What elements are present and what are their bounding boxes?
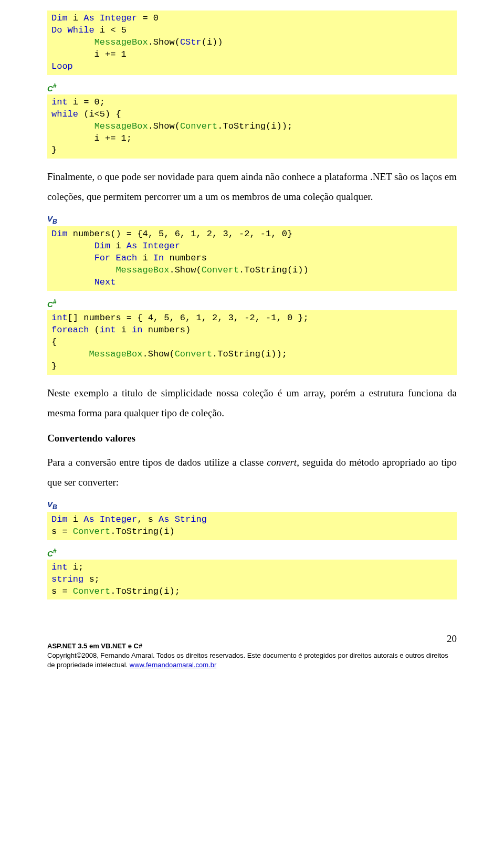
type: Convert: [73, 586, 110, 596]
code-text: numbers): [142, 325, 191, 335]
code-text: .Show(: [148, 121, 180, 131]
code-text: s =: [51, 527, 73, 537]
text: Para a conversão entre tipos de dados ut…: [47, 457, 267, 468]
kw: In: [153, 253, 164, 263]
vb-v: V: [47, 214, 52, 223]
page-number: 20: [447, 632, 457, 646]
kw: As Integer: [83, 514, 137, 524]
kw: Loop: [51, 61, 73, 71]
type: MessageBox: [94, 37, 148, 47]
code-block-vb-convert: Dim i As Integer, s As String s = Conver…: [47, 512, 457, 540]
type: MessageBox: [94, 121, 148, 131]
italic-convert: convert: [267, 457, 297, 468]
code-text: .Show(: [169, 265, 201, 275]
code-text: i: [68, 514, 84, 524]
code-text: i < 5: [94, 25, 127, 35]
kw: int: [100, 325, 116, 335]
code-text: [51, 349, 89, 359]
code-block-vb-foreach: Dim numbers() = {4, 5, 6, 1, 2, 3, -2, -…: [47, 226, 457, 291]
kw: Dim: [51, 514, 68, 524]
footer-title: ASP.NET 3.5 em VB.NET e C#: [47, 641, 457, 651]
kw: Dim: [51, 13, 68, 23]
paragraph-foreach-intro: Finalmente, o que pode ser novidade para…: [47, 167, 457, 207]
code-text: i: [68, 13, 84, 23]
code-text: .Show(: [142, 349, 174, 359]
code-text: i;: [68, 562, 84, 572]
kw: in: [132, 325, 142, 335]
csharp-icon: C#: [47, 82, 457, 93]
code-text: [51, 241, 94, 251]
kw: CStr: [180, 37, 202, 47]
code-text: [51, 37, 94, 47]
type: MessageBox: [116, 265, 169, 275]
code-text: [51, 265, 116, 275]
code-text: = 0: [137, 13, 159, 23]
code-text: numbers() = {4, 5, 6, 1, 2, 3, -2, -1, 0…: [68, 229, 292, 239]
code-text: .ToString(i)): [239, 265, 309, 275]
cs-c: C: [47, 549, 53, 558]
kw: Dim: [94, 241, 111, 251]
code-block-vb-while: Dim i As Integer = 0 Do While i < 5 Mess…: [47, 10, 457, 75]
type: Convert: [180, 121, 217, 131]
kw: As Integer: [83, 13, 137, 23]
paragraph-convert-intro: Para a conversão entre tipos de dados ut…: [47, 453, 457, 492]
code-text: }: [51, 145, 57, 155]
code-text: (: [89, 325, 99, 335]
code-text: [51, 121, 94, 131]
code-text: (i<5) {: [78, 109, 121, 119]
type: Convert: [175, 349, 212, 359]
code-text: i += 1: [51, 49, 127, 59]
code-text: i: [116, 325, 132, 335]
cs-c: C: [47, 300, 53, 309]
code-text: .ToString(i));: [212, 349, 287, 359]
code-text: i: [137, 253, 153, 263]
kw: Do While: [51, 25, 94, 35]
cs-c: C: [47, 84, 53, 93]
cs-hash: #: [53, 548, 57, 555]
code-text: i = 0;: [68, 97, 105, 107]
kw: int: [51, 562, 68, 572]
code-text: s =: [51, 586, 73, 596]
footer-link[interactable]: www.fernandoamaral.com.br: [130, 661, 216, 669]
cs-hash: #: [53, 298, 57, 306]
heading-converting-values: Convertendo valores: [47, 433, 457, 444]
kw: Dim: [51, 229, 68, 239]
code-text: (i)): [202, 37, 223, 47]
code-text: .Show(: [148, 37, 180, 47]
code-text: [] numbers = { 4, 5, 6, 1, 2, 3, -2, -1,…: [68, 313, 309, 323]
code-block-cs-while: int i = 0; while (i<5) { MessageBox.Show…: [47, 94, 457, 159]
type: Convert: [202, 265, 239, 275]
code-text: numbers: [164, 253, 207, 263]
code-text: i: [110, 241, 127, 251]
code-text: .ToString(i);: [110, 586, 180, 596]
kw: Next: [94, 277, 116, 287]
code-block-cs-convert: int i; string s; s = Convert.ToString(i)…: [47, 560, 457, 600]
csharp-icon: C#: [47, 298, 457, 309]
vb-v: V: [47, 500, 52, 509]
code-text: [51, 253, 94, 263]
cs-hash: #: [53, 82, 57, 90]
kw: while: [51, 109, 78, 119]
kw: int: [51, 313, 68, 323]
kw: foreach: [51, 325, 89, 335]
code-text: {: [51, 337, 57, 347]
csharp-icon: C#: [47, 548, 457, 559]
vb-b: B: [52, 503, 57, 511]
kw: int: [51, 97, 68, 107]
kw: For Each: [94, 253, 138, 263]
code-text: .ToString(i));: [217, 121, 292, 131]
footer-copyright: Copyright©2008, Fernando Amaral. Todos o…: [47, 651, 457, 669]
type: MessageBox: [89, 349, 142, 359]
code-text: s;: [83, 574, 100, 584]
code-text: [51, 277, 94, 287]
code-text: }: [51, 361, 57, 371]
code-text: .ToString(i): [110, 527, 174, 537]
code-text: , s: [137, 514, 159, 524]
page-footer: 20 ASP.NET 3.5 em VB.NET e C# Copyright©…: [47, 641, 457, 669]
code-block-cs-foreach: int[] numbers = { 4, 5, 6, 1, 2, 3, -2, …: [47, 310, 457, 375]
kw: string: [51, 574, 83, 584]
vb-b: B: [52, 218, 57, 225]
paragraph-array-note: Neste exemplo a titulo de simplicidade n…: [47, 383, 457, 423]
vb-icon: VB: [47, 214, 457, 225]
kw: As String: [159, 514, 207, 524]
